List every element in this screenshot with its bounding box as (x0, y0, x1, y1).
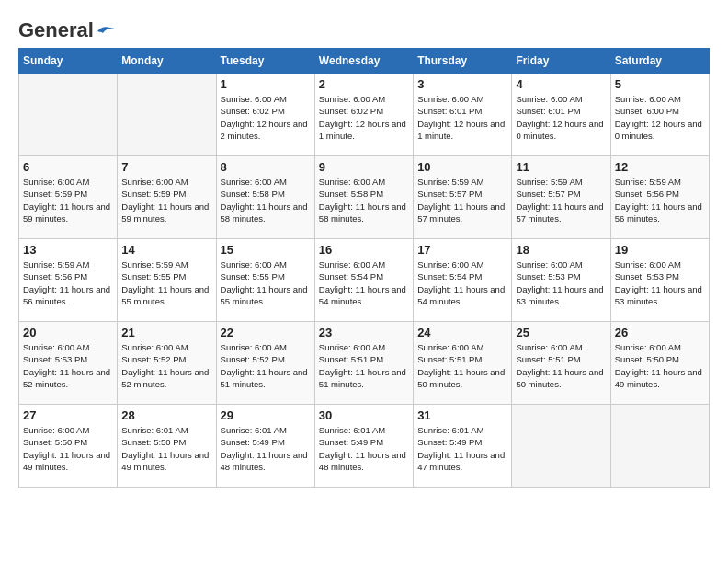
logo: General (18, 18, 116, 39)
day-number: 3 (417, 77, 507, 91)
calendar-cell (610, 405, 709, 488)
logo-general: General (18, 18, 116, 42)
logo-bird-icon (96, 24, 116, 39)
day-number: 11 (516, 160, 606, 174)
day-number: 10 (417, 160, 507, 174)
weekday-header-thursday: Thursday (414, 49, 512, 74)
calendar-cell: 28Sunrise: 6:01 AMSunset: 5:50 PMDayligh… (118, 405, 216, 488)
cell-info: Sunrise: 5:59 AMSunset: 5:56 PMDaylight:… (615, 176, 705, 224)
day-number: 8 (221, 160, 311, 174)
calendar-week-4: 20Sunrise: 6:00 AMSunset: 5:53 PMDayligh… (19, 322, 710, 405)
day-number: 29 (221, 408, 311, 422)
cell-info: Sunrise: 5:59 AMSunset: 5:57 PMDaylight:… (516, 176, 606, 224)
cell-info: Sunrise: 6:00 AMSunset: 5:54 PMDaylight:… (319, 259, 409, 307)
cell-info: Sunrise: 6:00 AMSunset: 5:50 PMDaylight:… (615, 341, 705, 390)
page-header: General (18, 18, 710, 39)
calendar-cell: 7Sunrise: 6:00 AMSunset: 5:59 PMDaylight… (118, 156, 216, 239)
calendar-cell: 21Sunrise: 6:00 AMSunset: 5:52 PMDayligh… (118, 322, 216, 405)
calendar-cell (19, 74, 118, 156)
day-number: 12 (615, 160, 705, 174)
cell-info: Sunrise: 6:00 AMSunset: 5:51 PMDaylight:… (516, 341, 606, 390)
calendar-cell: 13Sunrise: 5:59 AMSunset: 5:56 PMDayligh… (19, 239, 118, 322)
cell-info: Sunrise: 6:00 AMSunset: 5:50 PMDaylight:… (23, 424, 113, 473)
calendar-cell: 20Sunrise: 6:00 AMSunset: 5:53 PMDayligh… (19, 322, 118, 405)
calendar-cell: 17Sunrise: 6:00 AMSunset: 5:54 PMDayligh… (414, 239, 512, 322)
weekday-header-sunday: Sunday (19, 49, 118, 74)
cell-info: Sunrise: 6:00 AMSunset: 5:59 PMDaylight:… (121, 176, 211, 224)
calendar-cell: 4Sunrise: 6:00 AMSunset: 6:01 PMDaylight… (512, 74, 610, 156)
cell-info: Sunrise: 6:00 AMSunset: 6:02 PMDaylight:… (221, 93, 311, 142)
weekday-header-tuesday: Tuesday (216, 49, 314, 74)
cell-info: Sunrise: 6:00 AMSunset: 6:01 PMDaylight:… (417, 93, 507, 142)
cell-info: Sunrise: 6:00 AMSunset: 5:58 PMDaylight:… (319, 176, 409, 224)
cell-info: Sunrise: 6:01 AMSunset: 5:49 PMDaylight:… (319, 424, 409, 473)
calendar-cell: 23Sunrise: 6:00 AMSunset: 5:51 PMDayligh… (314, 322, 413, 405)
weekday-header-monday: Monday (118, 49, 216, 74)
day-number: 4 (516, 77, 606, 91)
day-number: 21 (121, 326, 211, 339)
day-number: 24 (417, 326, 507, 339)
calendar-cell: 5Sunrise: 6:00 AMSunset: 6:00 PMDaylight… (610, 74, 709, 156)
cell-info: Sunrise: 6:00 AMSunset: 5:53 PMDaylight:… (516, 259, 606, 307)
day-number: 30 (319, 408, 409, 422)
day-number: 22 (221, 326, 311, 339)
day-number: 18 (516, 243, 606, 257)
calendar-cell: 15Sunrise: 6:00 AMSunset: 5:55 PMDayligh… (216, 239, 314, 322)
day-number: 23 (319, 326, 409, 339)
day-number: 28 (121, 408, 211, 422)
header-row: SundayMondayTuesdayWednesdayThursdayFrid… (19, 49, 710, 74)
calendar-cell: 11Sunrise: 5:59 AMSunset: 5:57 PMDayligh… (512, 156, 610, 239)
cell-info: Sunrise: 6:00 AMSunset: 5:51 PMDaylight:… (417, 341, 507, 390)
calendar-cell (118, 74, 216, 156)
calendar-cell: 24Sunrise: 6:00 AMSunset: 5:51 PMDayligh… (414, 322, 512, 405)
day-number: 31 (417, 408, 507, 422)
calendar-table: SundayMondayTuesdayWednesdayThursdayFrid… (18, 48, 710, 488)
calendar-cell: 27Sunrise: 6:00 AMSunset: 5:50 PMDayligh… (19, 405, 118, 488)
calendar-week-5: 27Sunrise: 6:00 AMSunset: 5:50 PMDayligh… (19, 405, 710, 488)
cell-info: Sunrise: 6:00 AMSunset: 6:02 PMDaylight:… (319, 93, 409, 142)
cell-info: Sunrise: 6:00 AMSunset: 6:00 PMDaylight:… (615, 93, 705, 142)
calendar-cell: 19Sunrise: 6:00 AMSunset: 5:53 PMDayligh… (610, 239, 709, 322)
calendar-cell: 18Sunrise: 6:00 AMSunset: 5:53 PMDayligh… (512, 239, 610, 322)
calendar-cell: 10Sunrise: 5:59 AMSunset: 5:57 PMDayligh… (414, 156, 512, 239)
calendar-cell: 1Sunrise: 6:00 AMSunset: 6:02 PMDaylight… (216, 74, 314, 156)
calendar-cell: 2Sunrise: 6:00 AMSunset: 6:02 PMDaylight… (314, 74, 413, 156)
cell-info: Sunrise: 5:59 AMSunset: 5:57 PMDaylight:… (417, 176, 507, 224)
calendar-week-3: 13Sunrise: 5:59 AMSunset: 5:56 PMDayligh… (19, 239, 710, 322)
calendar-cell: 14Sunrise: 5:59 AMSunset: 5:55 PMDayligh… (118, 239, 216, 322)
calendar-cell: 22Sunrise: 6:00 AMSunset: 5:52 PMDayligh… (216, 322, 314, 405)
day-number: 25 (516, 326, 606, 339)
weekday-header-friday: Friday (512, 49, 610, 74)
cell-info: Sunrise: 6:01 AMSunset: 5:50 PMDaylight:… (121, 424, 211, 473)
calendar-cell: 30Sunrise: 6:01 AMSunset: 5:49 PMDayligh… (314, 405, 413, 488)
calendar-cell: 16Sunrise: 6:00 AMSunset: 5:54 PMDayligh… (314, 239, 413, 322)
calendar-cell: 31Sunrise: 6:01 AMSunset: 5:49 PMDayligh… (414, 405, 512, 488)
day-number: 14 (121, 243, 211, 257)
cell-info: Sunrise: 6:00 AMSunset: 5:58 PMDaylight:… (221, 176, 311, 224)
cell-info: Sunrise: 6:00 AMSunset: 5:52 PMDaylight:… (221, 341, 311, 390)
cell-info: Sunrise: 6:00 AMSunset: 5:51 PMDaylight:… (319, 341, 409, 390)
cell-info: Sunrise: 6:00 AMSunset: 5:52 PMDaylight:… (121, 341, 211, 390)
calendar-cell: 6Sunrise: 6:00 AMSunset: 5:59 PMDaylight… (19, 156, 118, 239)
day-number: 17 (417, 243, 507, 257)
weekday-header-wednesday: Wednesday (314, 49, 413, 74)
calendar-cell: 9Sunrise: 6:00 AMSunset: 5:58 PMDaylight… (314, 156, 413, 239)
day-number: 27 (23, 408, 113, 422)
day-number: 1 (221, 77, 311, 91)
calendar-week-1: 1Sunrise: 6:00 AMSunset: 6:02 PMDaylight… (19, 74, 710, 156)
day-number: 5 (615, 77, 705, 91)
cell-info: Sunrise: 6:00 AMSunset: 5:53 PMDaylight:… (23, 341, 113, 390)
day-number: 7 (121, 160, 211, 174)
day-number: 16 (319, 243, 409, 257)
calendar-cell: 29Sunrise: 6:01 AMSunset: 5:49 PMDayligh… (216, 405, 314, 488)
cell-info: Sunrise: 6:00 AMSunset: 5:59 PMDaylight:… (23, 176, 113, 224)
cell-info: Sunrise: 6:00 AMSunset: 5:55 PMDaylight:… (221, 259, 311, 307)
day-number: 6 (23, 160, 113, 174)
day-number: 26 (615, 326, 705, 339)
calendar-cell: 12Sunrise: 5:59 AMSunset: 5:56 PMDayligh… (610, 156, 709, 239)
cell-info: Sunrise: 5:59 AMSunset: 5:55 PMDaylight:… (121, 259, 211, 307)
cell-info: Sunrise: 6:01 AMSunset: 5:49 PMDaylight:… (221, 424, 311, 473)
calendar-cell (512, 405, 610, 488)
calendar-cell: 3Sunrise: 6:00 AMSunset: 6:01 PMDaylight… (414, 74, 512, 156)
calendar-week-2: 6Sunrise: 6:00 AMSunset: 5:59 PMDaylight… (19, 156, 710, 239)
